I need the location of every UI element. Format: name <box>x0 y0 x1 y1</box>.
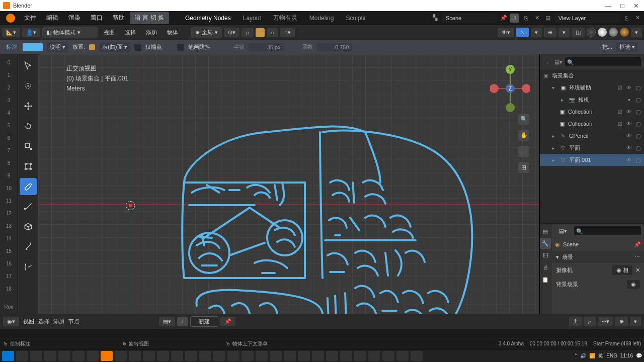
tab-layout[interactable]: Layout <box>237 13 267 24</box>
menu-object[interactable]: 物体 <box>163 27 182 38</box>
node-parent-icon[interactable]: ↥ <box>569 317 582 326</box>
task-app4[interactable] <box>129 351 141 361</box>
task-app12[interactable] <box>242 351 254 361</box>
outliner-item[interactable]: ▸📷 相机 ▾▢ <box>540 94 644 106</box>
task-app23[interactable] <box>396 351 409 361</box>
node-menu-select[interactable]: 选择 <box>38 318 49 325</box>
task-app11[interactable] <box>227 351 239 361</box>
delete-viewlayer-icon[interactable]: ✕ <box>633 14 642 23</box>
node-menu-add[interactable]: 添加 <box>53 318 64 325</box>
camera-field[interactable]: ◉ 相 <box>612 265 632 275</box>
tool-select[interactable] <box>20 57 37 74</box>
tray-up-icon[interactable]: ˄ <box>575 353 577 358</box>
outliner-item-active[interactable]: ▸▽ 平面.001 👁▢ <box>540 154 644 166</box>
minimize-button[interactable]: — <box>605 2 611 10</box>
overlay-toggle[interactable]: ⊕ <box>544 28 556 37</box>
node-snap-icon[interactable]: ∩ <box>584 317 596 326</box>
tool-cursor[interactable] <box>20 77 37 95</box>
viewlayer-field[interactable]: View Layer <box>554 14 620 23</box>
gizmo-options[interactable]: ▾ <box>531 28 542 37</box>
prop-tab-scene[interactable]: 🎞 <box>540 250 551 261</box>
outliner-search[interactable]: 🔍 <box>565 57 641 66</box>
task-app8[interactable] <box>185 351 197 361</box>
tab-modeling[interactable]: Modeling <box>303 13 340 24</box>
outliner[interactable]: ▣ 场景集合 ▾▣ 环境辅助 ☑👁▢ ▸📷 相机 ▾▢ ▣ Collection… <box>540 69 644 223</box>
tab-sculpting[interactable]: Sculptir <box>340 13 372 24</box>
copy-scene-icon[interactable]: ⎘ <box>521 14 530 23</box>
tool-rotate[interactable] <box>20 118 37 135</box>
task-app20[interactable] <box>354 351 366 361</box>
tool-transform[interactable] <box>20 158 37 175</box>
tool-annotate[interactable] <box>20 178 37 195</box>
outliner-item[interactable]: ▣ Collection ☑👁▢ <box>540 118 644 130</box>
task-app13[interactable] <box>256 351 268 361</box>
tray-clock[interactable]: 11:16 <box>620 353 633 358</box>
delete-scene-icon[interactable]: ✕ <box>532 14 541 23</box>
tab-geometry-nodes[interactable]: Geometry Nodes <box>179 13 237 24</box>
task-app17[interactable] <box>312 351 324 361</box>
menu-add[interactable]: 添加 <box>142 27 161 38</box>
task-search[interactable] <box>16 351 28 361</box>
task-app14[interactable] <box>270 351 282 361</box>
gizmo-toggle[interactable]: ⤡ <box>516 28 529 37</box>
shading-wireframe[interactable] <box>587 28 596 37</box>
prop-data-icon[interactable]: ▤▾ <box>555 226 571 236</box>
outliner-item[interactable]: ▣ Collection ☑👁▢ <box>540 106 644 118</box>
shading-material[interactable] <box>609 28 618 37</box>
task-app7[interactable] <box>171 351 183 361</box>
menu-render[interactable]: 渲染 <box>63 12 86 24</box>
overlay-options[interactable]: ▾ <box>558 28 570 37</box>
task-app18[interactable] <box>326 351 338 361</box>
nav-gizmo[interactable]: Y Z <box>490 63 530 114</box>
close-button[interactable]: ✕ <box>633 2 639 10</box>
node-pin[interactable]: 📌 <box>220 317 235 326</box>
tool-add-cube[interactable] <box>20 218 37 235</box>
outliner-editor-icon[interactable]: ≡ <box>543 57 552 66</box>
scene-users-badge[interactable]: 3 <box>510 14 519 23</box>
tray-wifi-icon[interactable]: 📶 <box>589 353 595 358</box>
proportional-falloff[interactable]: ∩▾ <box>280 28 295 37</box>
prop-tab-object[interactable]: 📋 <box>540 274 551 285</box>
pin-icon[interactable]: 📌 <box>634 241 641 248</box>
start-button[interactable] <box>2 351 14 361</box>
task-app21[interactable] <box>368 351 380 361</box>
prop-tab-world[interactable]: 🖨 <box>540 262 551 273</box>
prop-search[interactable]: 🔍 <box>574 226 641 235</box>
visibility-pill[interactable]: 👁▾ <box>498 28 514 37</box>
annot-box[interactable]: 框选 ▾ <box>616 42 638 52</box>
task-app9[interactable] <box>199 351 211 361</box>
xray-toggle[interactable]: ◫ <box>572 28 585 37</box>
node-snap-opts[interactable]: ⊹▾ <box>598 317 613 326</box>
perspective-icon[interactable]: ⊞ <box>518 162 529 173</box>
node-new-plus[interactable]: + <box>177 317 188 326</box>
zoom-icon[interactable]: 🔍 <box>518 114 529 125</box>
node-editor-icon[interactable]: ◉▾ <box>3 317 19 326</box>
task-app24[interactable] <box>411 351 423 361</box>
node-overlay-opts[interactable]: ▾ <box>630 317 641 326</box>
tool-move[interactable] <box>20 98 37 115</box>
camera-delete[interactable]: ✕ <box>635 267 640 274</box>
task-app2[interactable] <box>87 351 99 361</box>
annot-place-icon[interactable] <box>89 44 95 50</box>
outliner-item[interactable]: ▸▽ 平面 👁▢ <box>540 142 644 154</box>
task-app15[interactable] <box>284 351 296 361</box>
tab-wanwu[interactable]: 万物有灵 <box>267 12 303 24</box>
task-app10[interactable] <box>213 351 225 361</box>
outliner-item[interactable]: ▾▣ 环境辅助 ☑👁▢ <box>540 81 644 94</box>
task-app22[interactable] <box>382 351 394 361</box>
3d-viewport[interactable]: 正交顶视图 (0) 场景集合 | 平面.001 Meters <box>38 54 539 314</box>
task-app6[interactable] <box>157 351 169 361</box>
prop-scene-name[interactable]: Scene <box>563 241 579 247</box>
task-app16[interactable] <box>298 351 310 361</box>
menu-view[interactable]: 视图 <box>100 27 119 38</box>
task-edge[interactable] <box>58 351 70 361</box>
browse-scene-icon[interactable]: ▚ <box>431 14 440 23</box>
editor-type-button[interactable]: 📐▾ <box>2 28 20 37</box>
task-app3[interactable] <box>115 351 127 361</box>
pin-scene-icon[interactable]: 📌 <box>499 14 508 23</box>
menu-language[interactable]: 语 言 切 换 <box>130 12 169 24</box>
task-explorer[interactable] <box>44 351 56 361</box>
annot-endpoints-check[interactable] <box>134 44 141 51</box>
tool-measure[interactable] <box>20 198 37 215</box>
interaction-mode-icon[interactable]: 👤▾ <box>22 28 40 37</box>
